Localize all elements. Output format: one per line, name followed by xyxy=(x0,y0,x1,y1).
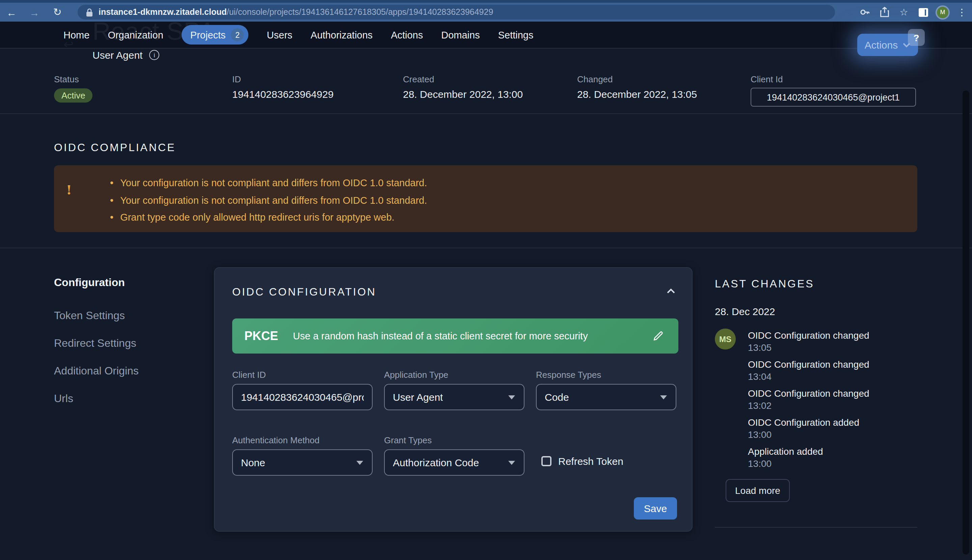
meta-client-id: Client Id 194140283624030465@project1 xyxy=(751,74,916,107)
avatar: MS xyxy=(715,328,736,350)
app-type-subtitle: User Agent xyxy=(92,49,142,61)
application-type-select[interactable]: User Agent xyxy=(384,384,524,410)
authentication-method-label: Authentication Method xyxy=(232,435,372,445)
browser-back-icon[interactable]: ← xyxy=(0,7,23,18)
meta-id: ID 194140283623964929 xyxy=(232,74,334,100)
meta-created: Created 28. December 2022, 13:00 xyxy=(403,74,523,100)
pkce-title: PKCE xyxy=(244,329,278,343)
chevron-up-icon[interactable] xyxy=(666,288,676,294)
grant-types-label: Grant Types xyxy=(384,435,524,445)
edit-pencil-icon[interactable] xyxy=(652,329,665,342)
response-types-select[interactable]: Code xyxy=(536,384,676,410)
projects-count-badge: 2 xyxy=(231,28,244,41)
response-types-label: Response Types xyxy=(536,370,676,380)
list-item: OIDC Configuration changed 13:02 xyxy=(748,388,869,411)
nav-item-settings[interactable]: Settings xyxy=(498,29,534,40)
chevron-down-icon xyxy=(508,461,515,465)
chevron-down-icon xyxy=(660,395,667,399)
divider xyxy=(0,113,972,114)
url-domain: instance1-dkmnzw.zitadel.cloud xyxy=(99,7,227,17)
url-path: /ui/console/projects/194136146127618305/… xyxy=(227,7,493,17)
divider xyxy=(715,527,917,528)
refresh-token-label: Refresh Token xyxy=(558,455,623,467)
list-item: OIDC Configuration added 13:00 xyxy=(748,417,869,440)
nav-item-home[interactable]: Home xyxy=(63,29,89,40)
oidc-configuration-card: OIDC CONFIGURATION PKCE Use a random has… xyxy=(214,267,693,532)
nav-item-organization[interactable]: Organization xyxy=(108,29,163,40)
browser-reload-icon[interactable]: ↻ xyxy=(46,6,69,18)
divider xyxy=(0,248,972,248)
changes-date: 28. Dec 2022 xyxy=(715,306,775,317)
client-id-input[interactable] xyxy=(241,391,364,403)
application-type-label: Application Type xyxy=(384,370,524,380)
nav-item-projects-label: Projects xyxy=(190,29,226,40)
sidebar-item-token-settings[interactable]: Token Settings xyxy=(54,310,125,322)
sidebar-item-additional-origins[interactable]: Additional Origins xyxy=(54,365,139,377)
info-icon[interactable]: i xyxy=(149,50,159,60)
sidebar-item-urls[interactable]: Urls xyxy=(54,393,73,405)
bookmark-star-icon[interactable]: ☆ xyxy=(898,6,910,18)
grant-types-select[interactable]: Authorization Code xyxy=(384,449,524,476)
compliance-title: OIDC COMPLIANCE xyxy=(54,142,176,154)
sidebar-item-configuration[interactable]: Configuration xyxy=(54,277,125,289)
warning-icon: ! xyxy=(66,182,72,197)
refresh-token-checkbox-row[interactable]: Refresh Token xyxy=(541,455,623,467)
browser-profile-avatar[interactable]: M xyxy=(937,7,949,18)
client-id-chip[interactable]: 194140283624030465@project1 xyxy=(751,88,916,107)
compliance-warning: Your configuration is not compliant and … xyxy=(110,175,427,192)
console-navbar: Home Organization Projects 2 Users Autho… xyxy=(0,22,972,48)
list-item: OIDC Configuration changed 13:05 xyxy=(748,330,869,353)
chevron-down-icon xyxy=(356,461,363,465)
refresh-token-checkbox[interactable] xyxy=(541,456,551,466)
load-more-button[interactable]: Load more xyxy=(726,479,790,502)
nav-item-projects[interactable]: Projects 2 xyxy=(182,25,249,45)
list-item: Application added 13:00 xyxy=(748,446,869,469)
meta-changed: Changed 28. December 2022, 13:05 xyxy=(577,74,697,100)
pkce-description: Use a random hash instead of a static cl… xyxy=(293,331,588,342)
nav-item-authorizations[interactable]: Authorizations xyxy=(311,29,372,40)
scrollbar[interactable] xyxy=(962,90,969,555)
zitadel-console-screen: ← → ↻ instance1-dkmnzw.zitadel.cloud/ui/… xyxy=(0,0,972,560)
save-button[interactable]: Save xyxy=(634,497,677,520)
status-badge: Active xyxy=(54,88,93,103)
pkce-banner[interactable]: PKCE Use a random hash instead of a stat… xyxy=(232,318,678,353)
changes-list: OIDC Configuration changed 13:05 OIDC Co… xyxy=(748,330,869,469)
last-changes-title: LAST CHANGES xyxy=(715,278,814,290)
compliance-warning: Grant type code only allowed http redire… xyxy=(110,209,427,227)
compliance-warning-box: ! Your configuration is not compliant an… xyxy=(54,165,917,232)
nav-item-actions[interactable]: Actions xyxy=(391,29,423,40)
password-key-icon[interactable] xyxy=(858,6,871,18)
list-item: OIDC Configuration changed 13:04 xyxy=(748,359,869,382)
sidebar-item-redirect-settings[interactable]: Redirect Settings xyxy=(54,337,136,350)
client-id-input-wrap xyxy=(232,384,372,410)
authentication-method-select[interactable]: None xyxy=(232,449,372,476)
compliance-warning: Your configuration is not compliant and … xyxy=(110,192,427,209)
card-title: OIDC CONFIGURATION xyxy=(232,286,376,298)
side-panel-icon[interactable] xyxy=(917,6,929,18)
nav-item-users[interactable]: Users xyxy=(267,29,292,40)
actions-menu-button[interactable]: Actions ? xyxy=(857,34,918,56)
share-icon[interactable] xyxy=(878,6,890,18)
chevron-down-icon xyxy=(508,395,515,399)
help-button[interactable]: ? xyxy=(908,29,925,46)
browser-menu-icon[interactable]: ⋮ xyxy=(956,6,968,18)
meta-status: Status Active xyxy=(54,74,93,103)
lock-icon xyxy=(86,8,93,17)
browser-forward-icon[interactable]: → xyxy=(23,7,46,18)
nav-item-domains[interactable]: Domains xyxy=(441,29,479,40)
client-id-label: Client ID xyxy=(232,370,372,380)
